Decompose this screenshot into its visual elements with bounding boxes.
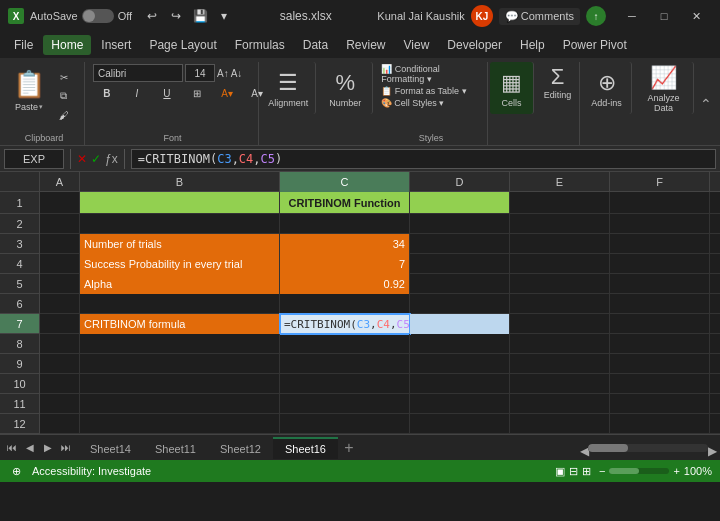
cell-e3[interactable]	[510, 234, 610, 254]
last-tab-btn[interactable]: ⏭	[58, 440, 74, 456]
cell-e9[interactable]	[510, 354, 610, 374]
page-layout-btn[interactable]: ⊟	[569, 465, 578, 478]
format-as-table-btn[interactable]: 📋 Format as Table ▾	[381, 86, 466, 96]
more-icon[interactable]: ▾	[214, 6, 234, 26]
tab-sheet11[interactable]: Sheet11	[143, 437, 208, 459]
cell-d11[interactable]	[410, 394, 510, 414]
undo-icon[interactable]: ↩	[142, 6, 162, 26]
cell-b11[interactable]	[80, 394, 280, 414]
cell-c5[interactable]: 0.92	[280, 274, 410, 294]
bold-button[interactable]: B	[93, 84, 121, 102]
user-avatar[interactable]: KJ	[471, 5, 493, 27]
font-grow-icon[interactable]: A↑	[217, 68, 229, 79]
cell-b8[interactable]	[80, 334, 280, 354]
formula-input[interactable]: =CRITBINOM(C3,C4,C5)	[131, 149, 716, 169]
conditional-format-btn[interactable]: 📊 Conditional Formatting ▾	[381, 64, 481, 84]
cell-a10[interactable]	[40, 374, 80, 394]
cell-styles-btn[interactable]: 🎨 Cell Styles ▾	[381, 98, 444, 108]
cell-c12[interactable]	[280, 414, 410, 434]
cell-a3[interactable]	[40, 234, 80, 254]
border-button[interactable]: ⊞	[183, 84, 211, 102]
row-header-4[interactable]: 4	[0, 254, 39, 274]
cell-d4[interactable]	[410, 254, 510, 274]
cell-c2[interactable]	[280, 214, 410, 234]
minimize-button[interactable]: ─	[616, 5, 648, 27]
scroll-right-btn[interactable]: ▶	[708, 444, 716, 452]
row-header-1[interactable]: 1	[0, 192, 39, 214]
cell-a6[interactable]	[40, 294, 80, 314]
maximize-button[interactable]: □	[648, 5, 680, 27]
col-header-b[interactable]: B	[80, 172, 280, 192]
cell-e10[interactable]	[510, 374, 610, 394]
cell-a9[interactable]	[40, 354, 80, 374]
cell-b10[interactable]	[80, 374, 280, 394]
cell-e4[interactable]	[510, 254, 610, 274]
row-header-8[interactable]: 8	[0, 334, 39, 354]
cell-f1[interactable]	[610, 192, 710, 213]
cell-c8[interactable]	[280, 334, 410, 354]
accessibility-label[interactable]: Accessibility: Investigate	[32, 465, 151, 477]
cell-f6[interactable]	[610, 294, 710, 314]
redo-icon[interactable]: ↪	[166, 6, 186, 26]
insert-function-icon[interactable]: ƒx	[105, 152, 118, 166]
cell-e6[interactable]	[510, 294, 610, 314]
cell-f12[interactable]	[610, 414, 710, 434]
tab-sheet14[interactable]: Sheet14	[78, 437, 143, 459]
cell-d8[interactable]	[410, 334, 510, 354]
cell-d2[interactable]	[410, 214, 510, 234]
row-header-12[interactable]: 12	[0, 414, 39, 434]
save-icon[interactable]: 💾	[190, 6, 210, 26]
cell-c1[interactable]: CRITBINOM Function	[280, 192, 410, 213]
copy-button[interactable]: ⧉	[50, 87, 78, 105]
menu-view[interactable]: View	[396, 35, 438, 55]
menu-insert[interactable]: Insert	[93, 35, 139, 55]
cell-b3[interactable]: Number of trials	[80, 234, 280, 254]
cell-d7[interactable]	[410, 314, 510, 334]
scroll-left-btn[interactable]: ◀	[580, 444, 588, 452]
share-icon[interactable]: ↑	[586, 6, 606, 26]
row-header-3[interactable]: 3	[0, 234, 39, 254]
ribbon-cells[interactable]: ▦ Cells	[490, 62, 534, 114]
name-box[interactable]: EXP	[4, 149, 64, 169]
tab-sheet12[interactable]: Sheet12	[208, 437, 273, 459]
cell-a11[interactable]	[40, 394, 80, 414]
cell-b12[interactable]	[80, 414, 280, 434]
row-header-7[interactable]: 7	[0, 314, 39, 334]
ribbon-analyze[interactable]: 📈 AnalyzeData	[634, 62, 694, 114]
cell-e7[interactable]	[510, 314, 610, 334]
zoom-in-btn[interactable]: +	[673, 465, 679, 477]
menu-file[interactable]: File	[6, 35, 41, 55]
font-shrink-icon[interactable]: A↓	[231, 68, 243, 79]
ribbon-alignment[interactable]: ☰ Alignment	[261, 62, 316, 114]
cell-b7[interactable]: CRITBINOM formula	[80, 314, 280, 334]
cell-d10[interactable]	[410, 374, 510, 394]
col-header-c[interactable]: C	[280, 172, 410, 192]
cell-f11[interactable]	[610, 394, 710, 414]
cell-c3[interactable]: 34	[280, 234, 410, 254]
cell-b6[interactable]	[80, 294, 280, 314]
cell-a12[interactable]	[40, 414, 80, 434]
row-header-6[interactable]: 6	[0, 294, 39, 314]
fill-color-button[interactable]: A▾	[213, 84, 241, 102]
row-header-9[interactable]: 9	[0, 354, 39, 374]
zoom-slider[interactable]	[609, 468, 669, 474]
comments-btn[interactable]: 💬 Comments	[499, 8, 580, 25]
cell-b1[interactable]	[80, 192, 280, 213]
cell-a1[interactable]	[40, 192, 80, 213]
cell-e1[interactable]	[510, 192, 610, 213]
zoom-out-btn[interactable]: −	[599, 465, 605, 477]
tab-sheet16[interactable]: Sheet16	[273, 437, 338, 459]
cell-d5[interactable]	[410, 274, 510, 294]
col-header-a[interactable]: A	[40, 172, 80, 192]
menu-home[interactable]: Home	[43, 35, 91, 55]
cell-c7[interactable]: =CRITBINOM(C3,C4,C5)	[280, 314, 410, 334]
prev-tab-btn[interactable]: ◀	[22, 440, 38, 456]
cell-a5[interactable]	[40, 274, 80, 294]
cell-a4[interactable]	[40, 254, 80, 274]
cell-d1[interactable]	[410, 192, 510, 213]
cell-c4[interactable]: 7	[280, 254, 410, 274]
font-family-select[interactable]: Calibri	[93, 64, 183, 82]
format-painter-button[interactable]: 🖌	[50, 106, 78, 124]
row-header-2[interactable]: 2	[0, 214, 39, 234]
page-break-btn[interactable]: ⊞	[582, 465, 591, 478]
